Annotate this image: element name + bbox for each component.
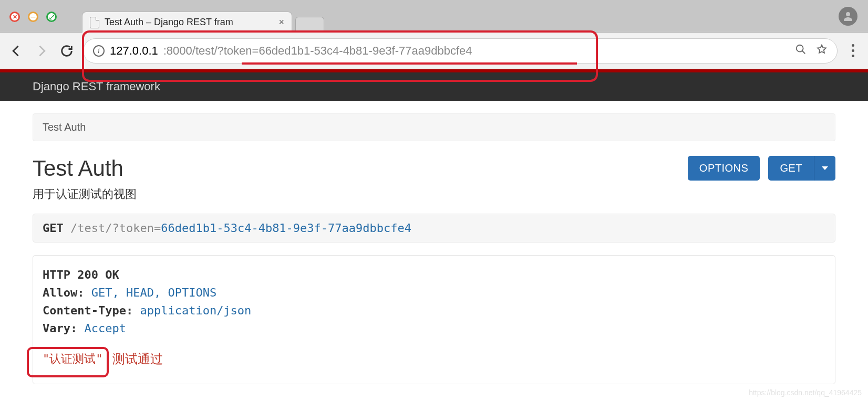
window-minimize-icon[interactable]: – (28, 12, 38, 22)
page-content: Django REST framework Test Auth Test Aut… (0, 69, 868, 401)
response-header-row: Vary: Accept (43, 320, 825, 337)
watermark: https://blog.csdn.net/qq_41964425 (749, 388, 862, 397)
options-button[interactable]: OPTIONS (688, 156, 760, 181)
browser-tab-active[interactable]: Test Auth – Django REST fram × (82, 12, 292, 33)
site-navbar: Django REST framework (0, 72, 868, 101)
url-host: 127.0.0.1 (110, 44, 158, 58)
header-key: Allow: (43, 286, 84, 299)
request-path: /test/? (64, 221, 119, 235)
annotation-text: 测试通过 (112, 349, 163, 368)
request-method: GET (43, 221, 64, 235)
tab-title: Test Auth – Django REST fram (105, 17, 233, 28)
browser-menu-icon[interactable] (845, 44, 861, 57)
header-value: application/json (133, 304, 251, 317)
browser-tabstrip: ✕ – ⤢ Test Auth – Django REST fram × (0, 0, 868, 33)
get-button[interactable]: GET (768, 156, 814, 181)
new-tab-button[interactable] (295, 17, 324, 33)
window-zoom-icon[interactable]: ⤢ (46, 12, 57, 22)
nav-reload-button[interactable] (58, 42, 76, 60)
nav-forward-button[interactable] (33, 42, 50, 60)
get-dropdown-button[interactable] (814, 156, 835, 181)
get-button-label: GET (780, 162, 802, 174)
header-value: Accept (77, 322, 126, 335)
tab-close-icon[interactable]: × (278, 17, 284, 28)
request-token-value: 66ded1b1-53c4-4b81-9e3f-77aa9dbbcfe4 (161, 221, 411, 235)
url-path: :8000/test/?token=66ded1b1-53c4-4b81-9e3… (163, 44, 472, 58)
header-key: Content-Type: (43, 304, 133, 317)
page-title: Test Auth (33, 156, 137, 181)
bookmark-star-icon[interactable] (816, 44, 828, 58)
response-header-row: Content-Type: application/json (43, 302, 825, 320)
response-status: HTTP 200 OK (43, 268, 119, 281)
response-header-row: Allow: GET, HEAD, OPTIONS (43, 284, 825, 302)
options-button-label: OPTIONS (699, 162, 749, 174)
svg-point-1 (797, 45, 803, 51)
window-controls: ✕ – ⤢ (0, 0, 66, 22)
request-eq: = (154, 221, 161, 235)
svg-line-2 (802, 50, 805, 54)
header-value: GET, HEAD, OPTIONS (84, 286, 216, 299)
annotation-underline-url (242, 62, 577, 65)
profile-icon[interactable] (839, 7, 857, 26)
address-bar[interactable]: i 127.0.0.1:8000/test/?token=66ded1b1-53… (83, 38, 838, 64)
zoom-icon[interactable] (795, 44, 807, 58)
breadcrumb[interactable]: Test Auth (33, 113, 835, 141)
brand-label[interactable]: Django REST framework (33, 80, 160, 93)
site-info-icon[interactable]: i (93, 45, 105, 57)
nav-back-button[interactable] (7, 42, 25, 60)
request-token-key: token (119, 221, 154, 235)
breadcrumb-item: Test Auth (43, 121, 86, 133)
page-description: 用于认证测试的视图 (33, 186, 137, 202)
window-close-icon[interactable]: ✕ (9, 12, 20, 22)
chevron-down-icon (822, 166, 828, 170)
file-icon (90, 17, 99, 28)
get-button-group: GET (768, 156, 835, 181)
header-key: Vary: (43, 322, 77, 335)
request-line: GET /test/?token=66ded1b1-53c4-4b81-9e3f… (33, 214, 835, 242)
svg-point-0 (846, 12, 850, 16)
response-block: HTTP 200 OK Allow: GET, HEAD, OPTIONS Co… (33, 255, 835, 384)
response-body: "认证测试" (43, 350, 103, 368)
